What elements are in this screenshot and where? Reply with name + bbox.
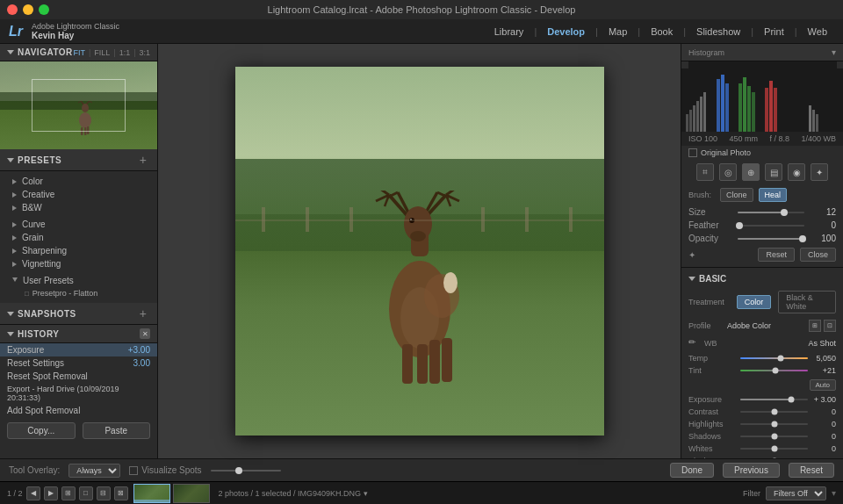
filmstrip-collapse-icon[interactable]: ▾ xyxy=(832,488,836,498)
profile-expand-icon[interactable]: ⊡ xyxy=(824,320,836,332)
clone-button[interactable]: Clone xyxy=(720,188,753,202)
color-treatment-button[interactable]: Color xyxy=(737,295,772,309)
svg-rect-39 xyxy=(481,207,485,232)
contrast-slider[interactable] xyxy=(740,411,808,413)
svg-line-19 xyxy=(446,191,455,195)
nav-develop[interactable]: Develop xyxy=(540,24,592,40)
opacity-slider[interactable] xyxy=(738,238,804,240)
reset-develop-button[interactable]: Reset xyxy=(789,463,834,478)
nav-book[interactable]: Book xyxy=(644,24,680,40)
preset-creative[interactable]: Creative xyxy=(0,188,157,201)
bw-treatment-button[interactable]: Black & White xyxy=(778,291,836,313)
copy-button[interactable]: Copy... xyxy=(7,422,76,439)
heal-button[interactable]: Heal xyxy=(759,188,788,202)
profile-grid-icon[interactable]: ⊞ xyxy=(809,320,821,332)
aperture-value: f / 8.8 xyxy=(769,134,789,143)
highlights-slider[interactable] xyxy=(740,423,808,425)
spot-removal-tool[interactable]: ◎ xyxy=(719,163,737,181)
nav-web[interactable]: Web xyxy=(801,24,834,40)
filter-select[interactable]: Filters Off xyxy=(766,486,826,500)
blacks-row: Blacks 0 xyxy=(681,455,843,458)
preset-sharpening[interactable]: Sharpening xyxy=(0,244,157,257)
feather-slider[interactable] xyxy=(738,225,804,227)
snapshots-add-button[interactable]: + xyxy=(136,306,150,320)
visualize-spots-slider[interactable] xyxy=(211,470,281,472)
preset-vignetting[interactable]: Vignetting xyxy=(0,257,157,270)
radial-filter-tool[interactable]: ◉ xyxy=(788,163,805,181)
previous-button[interactable]: Previous xyxy=(723,463,780,478)
whites-label: Whites xyxy=(688,444,737,453)
history-close-button[interactable]: ✕ xyxy=(140,328,150,339)
main-photo[interactable] xyxy=(235,67,604,436)
compare-view-button[interactable]: ⊟ xyxy=(97,486,111,500)
navigator-header[interactable]: Navigator FIT | FILL | 1:1 | 3:1 xyxy=(0,44,157,61)
history-item-add-spot[interactable]: Add Spot Removal xyxy=(0,404,157,417)
grid-view-button[interactable]: ⊞ xyxy=(61,486,76,500)
filmstrip-prev-button[interactable]: ◀ xyxy=(26,486,40,500)
done-button[interactable]: Done xyxy=(670,463,714,478)
preset-arrow-grain xyxy=(12,235,17,241)
nav-fit-fill[interactable]: FILL xyxy=(94,48,110,57)
nav-fit-3-1[interactable]: 3:1 xyxy=(139,48,150,57)
size-slider[interactable] xyxy=(738,212,804,213)
red-eye-tool[interactable]: ⊕ xyxy=(742,163,760,181)
basic-header[interactable]: Basic xyxy=(681,270,843,287)
svg-rect-37 xyxy=(306,207,309,232)
exposure-row: Exposure + 3.00 xyxy=(681,393,843,406)
histogram-menu[interactable]: ▾ xyxy=(832,47,836,57)
visualize-spots-checkbox[interactable] xyxy=(129,466,138,475)
tint-slider[interactable] xyxy=(740,370,808,371)
reset-button[interactable]: Reset xyxy=(758,248,795,262)
survey-view-button[interactable]: ⊠ xyxy=(114,486,128,500)
original-photo-checkbox[interactable] xyxy=(688,148,697,157)
graduated-filter-tool[interactable]: ▤ xyxy=(765,163,782,181)
preset-user-presets[interactable]: User Presets xyxy=(0,274,157,287)
preset-child-item[interactable]: □ Presetpro - Flatton xyxy=(0,287,157,299)
nav-print[interactable]: Print xyxy=(757,24,791,40)
preset-grain[interactable]: Grain xyxy=(0,231,157,244)
whites-slider[interactable] xyxy=(740,448,808,450)
close-button[interactable]: Close xyxy=(800,248,836,262)
brush-opacity-row: Opacity 100 xyxy=(681,232,843,245)
nav-fit-fit[interactable]: FIT xyxy=(73,48,85,57)
nav-slideshow[interactable]: Slideshow xyxy=(689,24,747,40)
presets-header[interactable]: Presets + xyxy=(0,149,157,171)
exposure-slider[interactable] xyxy=(740,399,808,400)
auto-button[interactable]: Auto xyxy=(810,379,836,391)
nav-library[interactable]: Library xyxy=(487,24,531,40)
preset-curve[interactable]: Curve xyxy=(0,218,157,231)
nav-map[interactable]: Map xyxy=(602,24,634,40)
filmstrip-thumb-1[interactable] xyxy=(133,484,170,503)
svg-line-13 xyxy=(380,191,389,195)
nav-fit-1-1[interactable]: 1:1 xyxy=(119,48,131,57)
svg-rect-44 xyxy=(689,110,692,132)
preset-color[interactable]: Color xyxy=(0,175,157,188)
crop-tool[interactable]: ⌗ xyxy=(696,163,714,181)
brush-star-icon[interactable]: ✦ xyxy=(688,250,695,260)
history-item-exposure[interactable]: Exposure +3.00 xyxy=(0,343,157,356)
history-header[interactable]: History ✕ xyxy=(0,325,157,343)
filmstrip-next-button[interactable]: ▶ xyxy=(44,486,58,500)
maximize-button[interactable] xyxy=(39,4,49,15)
history-item-reset-spot[interactable]: Reset Spot Removal xyxy=(0,370,157,383)
svg-rect-43 xyxy=(686,114,688,132)
snapshots-header[interactable]: Snapshots + xyxy=(0,303,157,325)
history-item-export[interactable]: Export - Hard Drive (10/09/2019 20:31:33… xyxy=(0,383,157,404)
minimize-button[interactable] xyxy=(23,4,33,15)
presets-title: Presets xyxy=(18,155,61,165)
highlights-value: 0 xyxy=(811,420,836,428)
eyedropper-icon[interactable]: ✏ xyxy=(688,337,701,349)
whites-value: 0 xyxy=(811,444,836,453)
tool-overlay-select[interactable]: Always xyxy=(68,464,120,478)
shadows-slider[interactable] xyxy=(740,436,808,437)
temp-slider[interactable] xyxy=(740,357,808,359)
loupe-view-button[interactable]: □ xyxy=(79,486,93,500)
navigator-thumbnail[interactable] xyxy=(0,61,157,149)
preset-bw[interactable]: B&W xyxy=(0,201,157,214)
filmstrip-thumb-2[interactable] xyxy=(173,484,210,503)
brush-tool[interactable]: ✦ xyxy=(811,163,828,181)
presets-add-button[interactable]: + xyxy=(136,153,150,167)
close-button[interactable] xyxy=(7,4,18,15)
history-item-reset-settings[interactable]: Reset Settings 3.00 xyxy=(0,356,157,370)
paste-button[interactable]: Paste xyxy=(83,422,151,439)
